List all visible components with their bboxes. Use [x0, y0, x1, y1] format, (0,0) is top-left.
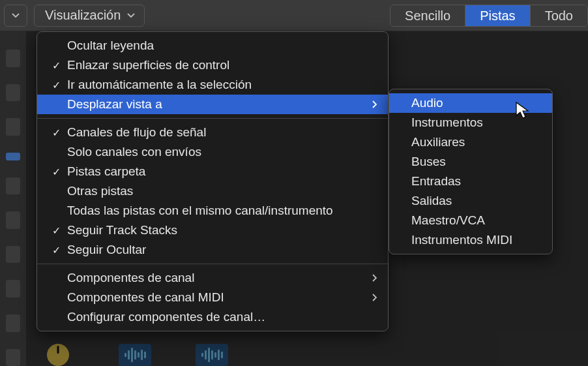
submenu-item[interactable]: Audio	[389, 93, 552, 113]
menu-group: Ocultar leyenda✓Enlazar superficies de c…	[37, 36, 388, 114]
menu-item-label: Desplazar vista a	[63, 97, 162, 112]
menu-item[interactable]: ✓Pistas carpeta	[37, 162, 388, 181]
menu-item-label: Otras pistas	[63, 184, 133, 198]
menu-item-label: Ocultar leyenda	[63, 38, 154, 53]
scroll-to-submenu: AudioInstrumentosAuxiliaresBusesEntradas…	[389, 89, 553, 254]
menu-item[interactable]: ✓Seguir Track Stacks	[37, 221, 388, 240]
menu-item-label: Componentes de canal	[63, 271, 194, 285]
menu-item[interactable]: Componentes de canal	[37, 268, 388, 288]
menu-item-label: Enlazar superficies de control	[63, 58, 229, 72]
menu-item-label: Canales de flujo de señal	[63, 125, 206, 140]
visualization-menu-button[interactable]: Visualización	[34, 5, 145, 27]
menu-item-label: Solo canales con envíos	[63, 145, 201, 159]
collapse-button[interactable]	[4, 5, 27, 27]
submenu-item-label: Instrumentos	[411, 115, 483, 130]
menu-item-label: Todas las pistas con el mismo canal/inst…	[63, 204, 333, 218]
view-mode-simple[interactable]: Sencillo	[390, 5, 465, 26]
rail-chip[interactable]	[6, 153, 20, 160]
menu-item[interactable]: Solo canales con envíos	[37, 142, 388, 162]
visualization-menu-label: Visualización	[45, 8, 121, 23]
rail-slot[interactable]	[6, 314, 20, 332]
rail-slot[interactable]	[6, 349, 20, 367]
menu-group: Componentes de canalComponentes de canal…	[37, 268, 388, 327]
rail-slot[interactable]	[6, 84, 20, 102]
menu-item[interactable]: Configurar componentes de canal…	[37, 307, 388, 327]
submenu-item-label: Audio	[411, 96, 443, 110]
chevron-right-icon	[372, 97, 377, 112]
rail-slot[interactable]	[6, 50, 20, 67]
menu-item[interactable]: ✓Ir automáticamente a la selección	[37, 75, 388, 95]
rail-slot[interactable]	[6, 177, 20, 195]
chevron-right-icon	[372, 271, 377, 285]
menu-separator	[37, 264, 388, 264]
submenu-item-label: Maestro/VCA	[411, 213, 485, 228]
view-mode-segmented: Sencillo Pistas Todo	[390, 5, 588, 27]
checkmark-icon: ✓	[49, 79, 63, 91]
menu-item-label: Pistas carpeta	[63, 164, 145, 179]
view-mode-tracks[interactable]: Pistas	[465, 5, 530, 26]
submenu-item[interactable]: Auxiliares	[389, 132, 552, 152]
sidebar-rail	[0, 31, 26, 366]
toolbar: Visualización Sencillo Pistas Todo	[0, 0, 588, 31]
view-mode-all[interactable]: Todo	[531, 5, 587, 26]
menu-group: ✓Canales de flujo de señalSolo canales c…	[37, 123, 388, 260]
checkmark-icon: ✓	[49, 59, 63, 72]
chevron-down-icon	[127, 13, 135, 18]
menu-item[interactable]: ✓Canales de flujo de señal	[37, 123, 388, 142]
checkmark-icon: ✓	[49, 127, 63, 139]
menu-item[interactable]: ✓Seguir Ocultar	[37, 240, 388, 260]
menu-item[interactable]: Todas las pistas con el mismo canal/inst…	[37, 201, 388, 221]
menu-item-label: Configurar componentes de canal…	[63, 310, 265, 324]
menu-item[interactable]: Otras pistas	[37, 181, 388, 201]
menu-item[interactable]: Ocultar leyenda	[37, 36, 388, 55]
submenu-item[interactable]: Instrumentos	[389, 113, 552, 132]
submenu-item-label: Instrumentos MIDI	[411, 233, 512, 247]
checkmark-icon: ✓	[49, 224, 63, 237]
menu-item-label: Componentes de canal MIDI	[63, 290, 224, 305]
submenu-item[interactable]: Buses	[389, 152, 552, 172]
submenu-item-label: Auxiliares	[411, 135, 465, 149]
visualization-dropdown: Ocultar leyenda✓Enlazar superficies de c…	[37, 31, 389, 331]
menu-item-label: Seguir Track Stacks	[63, 223, 177, 237]
checkmark-icon: ✓	[49, 244, 63, 256]
menu-separator	[37, 118, 388, 119]
submenu-item[interactable]: Instrumentos MIDI	[389, 230, 552, 250]
checkmark-icon: ✓	[49, 166, 63, 178]
menu-item[interactable]: Componentes de canal MIDI	[37, 288, 388, 307]
submenu-item[interactable]: Entradas	[389, 172, 552, 191]
menu-item[interactable]: Desplazar vista a	[37, 95, 388, 114]
submenu-item-label: Salidas	[411, 194, 452, 208]
rail-slot[interactable]	[6, 246, 20, 264]
chevron-right-icon	[372, 290, 377, 305]
rail-slot[interactable]	[6, 118, 20, 136]
submenu-item-label: Buses	[411, 155, 446, 169]
submenu-item-label: Entradas	[411, 174, 461, 189]
rail-slot[interactable]	[6, 280, 20, 297]
menu-item-label: Ir automáticamente a la selección	[63, 78, 252, 92]
menu-item-label: Seguir Ocultar	[63, 243, 146, 257]
submenu-item[interactable]: Salidas	[389, 191, 552, 211]
menu-item[interactable]: ✓Enlazar superficies de control	[37, 55, 388, 75]
rail-slot[interactable]	[6, 211, 20, 229]
submenu-item[interactable]: Maestro/VCA	[389, 211, 552, 230]
